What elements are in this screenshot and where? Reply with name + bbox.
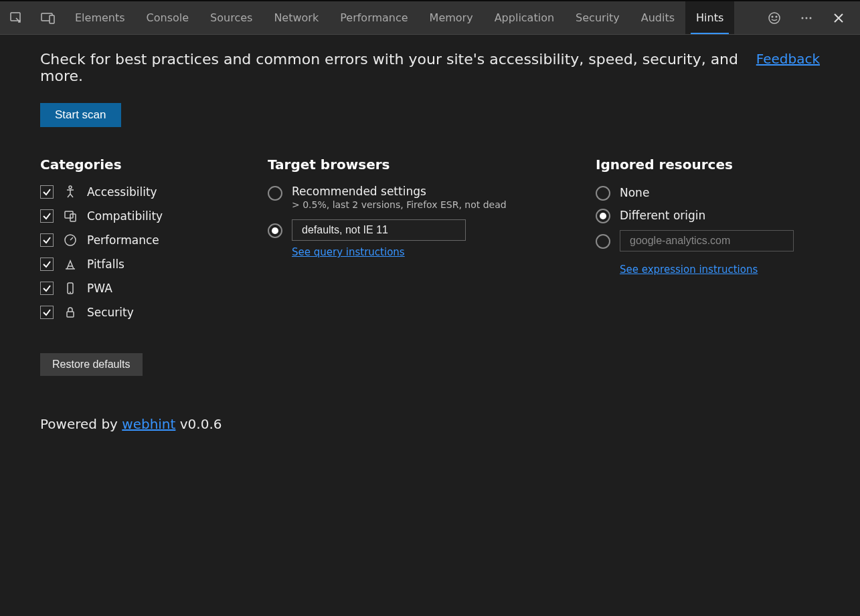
webhint-link[interactable]: webhint (122, 416, 175, 432)
category-pwa-checkbox[interactable] (40, 282, 54, 295)
svg-rect-14 (67, 312, 74, 317)
svg-point-8 (810, 17, 812, 19)
expression-instructions-link[interactable]: See expression instructions (620, 264, 758, 276)
category-pitfalls: Pitfalls (40, 257, 241, 272)
category-performance: Performance (40, 233, 241, 247)
tab-sources[interactable]: Sources (199, 1, 263, 34)
svg-point-9 (69, 186, 72, 189)
inspect-element-icon[interactable] (0, 1, 32, 34)
recommended-settings-sublabel: > 0.5%, last 2 versions, Firefox ESR, no… (292, 199, 507, 210)
tab-application[interactable]: Application (484, 1, 565, 34)
category-pitfalls-label: Pitfalls (87, 258, 124, 271)
accessibility-icon (63, 185, 78, 199)
svg-rect-2 (50, 15, 54, 23)
tab-memory[interactable]: Memory (419, 1, 484, 34)
category-compatibility-label: Compatibility (87, 209, 163, 223)
recommended-settings-label: Recommended settings (292, 185, 507, 198)
feedback-smiley-icon[interactable] (761, 11, 788, 25)
category-security-checkbox[interactable] (40, 306, 54, 319)
ignored-different-origin-label: Different origin (620, 209, 705, 222)
powered-by: Powered by webhint v0.0.6 (40, 416, 820, 432)
category-security: Security (40, 305, 241, 320)
target-browsers-heading: Target browsers (268, 157, 569, 173)
devtools-tabbar: ElementsConsoleSourcesNetworkPerformance… (0, 1, 860, 35)
category-compatibility-checkbox[interactable] (40, 209, 54, 223)
custom-browserslist-radio[interactable] (268, 223, 282, 238)
svg-point-3 (769, 13, 780, 23)
svg-point-4 (772, 16, 773, 17)
compatibility-icon (63, 209, 78, 223)
pwa-icon (63, 281, 78, 296)
svg-rect-0 (11, 13, 20, 21)
browserslist-input[interactable] (292, 219, 466, 241)
category-performance-checkbox[interactable] (40, 233, 54, 247)
svg-point-7 (806, 17, 808, 19)
tab-security[interactable]: Security (565, 1, 630, 34)
tab-network[interactable]: Network (263, 1, 329, 34)
ignored-different-origin-radio[interactable] (596, 209, 610, 223)
tab-hints[interactable]: Hints (685, 1, 734, 34)
start-scan-button[interactable]: Start scan (40, 103, 121, 127)
tab-performance[interactable]: Performance (329, 1, 418, 34)
category-accessibility-label: Accessibility (87, 185, 157, 199)
category-compatibility: Compatibility (40, 209, 241, 223)
category-pwa-label: PWA (87, 282, 112, 295)
ignored-none-radio[interactable] (596, 186, 610, 201)
security-icon (63, 305, 78, 320)
tab-audits[interactable]: Audits (630, 1, 685, 34)
ignored-none-label: None (620, 186, 649, 199)
restore-defaults-button[interactable]: Restore defaults (40, 353, 143, 376)
svg-point-6 (802, 17, 804, 19)
ignored-expression-input[interactable] (620, 230, 794, 251)
svg-point-5 (776, 16, 777, 17)
hints-tagline: Check for best practices and common erro… (40, 51, 756, 84)
tab-elements[interactable]: Elements (64, 1, 136, 34)
category-accessibility: Accessibility (40, 185, 241, 199)
query-instructions-link[interactable]: See query instructions (292, 246, 405, 258)
feedback-link[interactable]: Feedback (756, 51, 820, 67)
close-icon[interactable] (825, 12, 852, 24)
category-security-label: Security (87, 306, 134, 319)
category-performance-label: Performance (87, 233, 159, 247)
ignored-custom-radio[interactable] (596, 234, 610, 249)
category-pitfalls-checkbox[interactable] (40, 258, 54, 271)
tab-console[interactable]: Console (136, 1, 200, 34)
pitfalls-icon (63, 257, 78, 272)
category-accessibility-checkbox[interactable] (40, 185, 54, 199)
recommended-settings-radio[interactable] (268, 186, 282, 201)
device-toolbar-icon[interactable] (32, 1, 64, 34)
ignored-resources-heading: Ignored resources (596, 157, 820, 173)
svg-rect-10 (65, 211, 73, 218)
categories-heading: Categories (40, 157, 241, 173)
performance-icon (63, 233, 78, 247)
more-options-icon[interactable] (793, 11, 820, 25)
category-pwa: PWA (40, 281, 241, 296)
